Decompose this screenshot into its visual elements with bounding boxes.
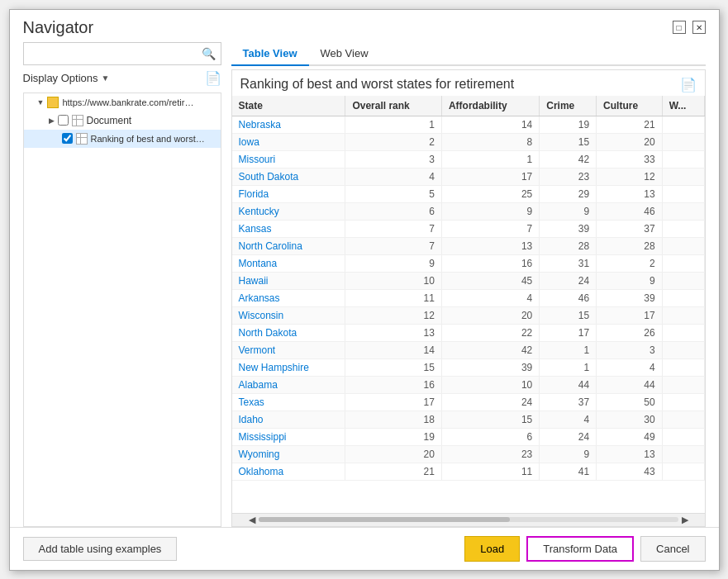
cell-w [662,150,704,168]
cell-rank: 14 [345,341,442,358]
table-row[interactable]: Arkansas 11 4 46 39 [232,289,705,306]
cell-crime: 46 [540,289,597,306]
cell-crime: 1 [540,341,597,358]
load-button[interactable]: Load [464,536,520,562]
tab-table-view[interactable]: Table View [231,42,309,66]
cell-rank: 17 [345,393,442,411]
display-options-label: Display Options [23,72,98,84]
cell-affordability: 23 [441,445,539,463]
cell-crime: 39 [540,220,597,237]
cell-rank: 1 [345,116,442,133]
table-row[interactable]: Alabama 16 10 44 44 [232,376,705,393]
cell-crime: 37 [540,393,597,411]
table-row[interactable]: Iowa 2 8 15 20 [232,133,705,150]
document-checkbox[interactable] [58,115,69,126]
cell-w [662,376,704,393]
scroll-right-button[interactable]: ▶ [682,515,688,525]
table-header-area: Ranking of best and worst states for ret… [232,70,705,96]
cell-affordability: 4 [441,289,539,306]
cell-w [662,445,704,463]
tree-document-item[interactable]: ▶ Document [24,112,221,130]
cell-affordability: 17 [441,168,539,185]
cell-w [662,428,704,445]
cell-culture: 3 [597,341,663,358]
transform-data-button[interactable]: Transform Data [526,536,634,562]
cell-crime: 24 [540,428,597,445]
cell-state: Florida [232,185,345,202]
table-row[interactable]: New Hampshire 15 39 1 4 [232,358,705,376]
document-checkbox-row: Document [58,115,132,126]
table-row[interactable]: Nebraska 1 14 19 21 [232,116,705,133]
cell-state: South Dakota [232,168,345,185]
cell-affordability: 24 [441,393,539,411]
cell-culture: 2 [597,254,663,272]
cell-affordability: 11 [441,463,539,480]
cell-culture: 21 [597,116,663,133]
table-row[interactable]: Idaho 18 15 4 30 [232,411,705,428]
cell-culture: 26 [597,324,663,341]
col-state: State [232,96,345,116]
cancel-button[interactable]: Cancel [640,536,705,562]
add-table-button[interactable]: Add table using examples [23,537,178,561]
cell-state: Iowa [232,133,345,150]
cell-state: Alabama [232,376,345,393]
col-rank: Overall rank [345,96,442,116]
tree-url-item[interactable]: ▼ https://www.bankrate.com/retirement/be… [24,93,221,112]
cell-rank: 4 [345,168,442,185]
cell-rank: 19 [345,428,442,445]
cell-w [662,185,704,202]
table-row[interactable]: Kansas 7 7 39 37 [232,220,705,237]
cell-crime: 4 [540,411,597,428]
table-row[interactable]: Wisconsin 12 20 15 17 [232,306,705,324]
cell-culture: 20 [597,133,663,150]
search-box: 🔍 [23,42,221,65]
table-row[interactable]: North Dakota 13 22 17 26 [232,324,705,341]
table-row[interactable]: Montana 9 16 31 2 [232,254,705,272]
cell-crime: 41 [540,463,597,480]
preview-icon-button[interactable]: 📄 [205,70,221,86]
table-checkbox[interactable] [62,133,73,144]
cell-w [662,324,704,341]
table-row[interactable]: South Dakota 4 17 23 12 [232,168,705,185]
minimize-button[interactable]: □ [673,21,686,34]
table-export-icon-button[interactable]: 📄 [680,77,697,93]
title-bar: Navigator □ ✕ [10,10,719,42]
chevron-down-icon: ▼ [102,74,110,83]
cell-rank: 2 [345,133,442,150]
cell-state: New Hampshire [232,358,345,376]
cell-affordability: 42 [441,341,539,358]
scroll-left-button[interactable]: ◀ [249,515,255,525]
cell-rank: 3 [345,150,442,168]
table-row[interactable]: Wyoming 20 23 9 13 [232,445,705,463]
close-button[interactable]: ✕ [692,21,706,34]
table-row[interactable]: Mississippi 19 6 24 49 [232,428,705,445]
tree-table-item[interactable]: Ranking of best and worst states for ret… [24,130,221,148]
table-row[interactable]: North Carolina 7 13 28 28 [232,237,705,254]
table-row[interactable]: Hawaii 10 45 24 9 [232,272,705,289]
horizontal-scrollbar[interactable]: ◀ ▶ [232,513,705,526]
cell-crime: 44 [540,376,597,393]
search-icon-button[interactable]: 🔍 [197,42,221,65]
data-table-wrapper[interactable]: State Overall rank Affordability Crime C… [232,96,705,513]
table-row[interactable]: Oklahoma 21 11 41 43 [232,463,705,480]
cell-state: North Dakota [232,324,345,341]
table-label: Ranking of best and worst states for ret… [91,134,207,144]
cell-rank: 21 [345,463,442,480]
cell-affordability: 25 [441,185,539,202]
cell-rank: 16 [345,376,442,393]
display-options-button[interactable]: Display Options ▼ [23,72,110,84]
cell-w [662,202,704,220]
cell-state: Oklahoma [232,463,345,480]
table-row[interactable]: Texas 17 24 37 50 [232,393,705,411]
table-row[interactable]: Florida 5 25 29 13 [232,185,705,202]
cell-culture: 12 [597,168,663,185]
table-row[interactable]: Missouri 3 1 42 33 [232,150,705,168]
cell-w [662,306,704,324]
tab-web-view[interactable]: Web View [309,42,380,66]
search-input[interactable] [24,45,197,61]
cell-w [662,220,704,237]
display-options-row: Display Options ▼ 📄 [23,70,221,86]
table-row[interactable]: Vermont 14 42 1 3 [232,341,705,358]
col-w: W... [662,96,704,116]
table-row[interactable]: Kentucky 6 9 9 46 [232,202,705,220]
